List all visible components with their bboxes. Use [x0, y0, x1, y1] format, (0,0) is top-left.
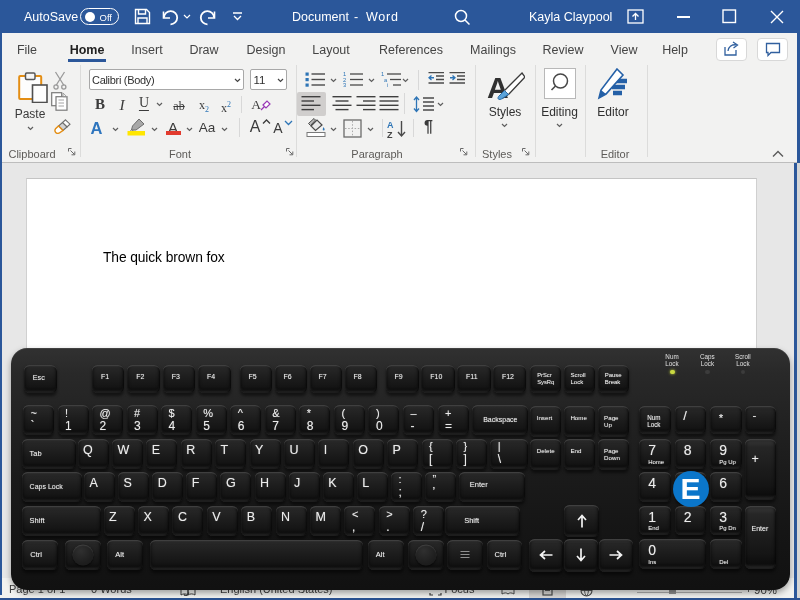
svg-text:i: i	[387, 82, 388, 88]
svg-text:3: 3	[343, 82, 346, 88]
svg-text:A: A	[387, 119, 394, 129]
svg-text:Z: Z	[387, 130, 393, 139]
